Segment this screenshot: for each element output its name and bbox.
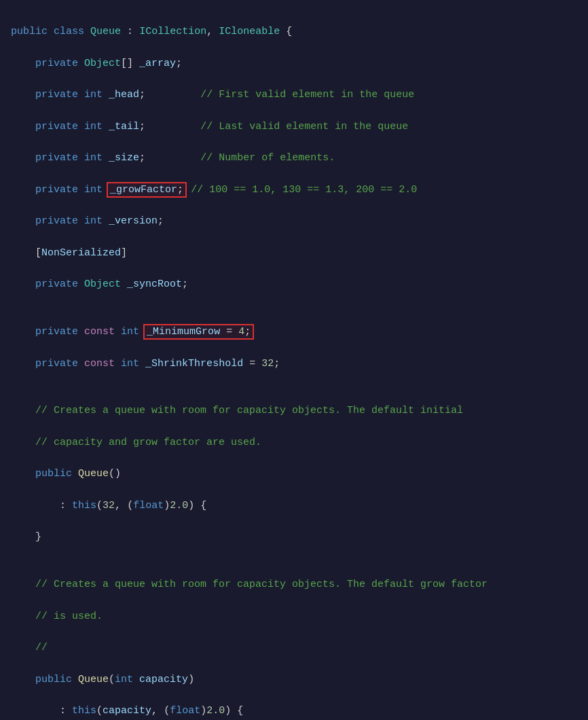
line-12: private const int _ShrinkThreshold = 32; [11,356,577,372]
line-4: private int _tail; // Last valid element… [11,119,577,134]
line-6: private int _growFactor; // 100 == 1.0, … [11,182,577,198]
line-20: // Creates a queue with room for capacit… [11,577,577,592]
line-7: private int _version; [11,213,577,229]
line-3: private int _head; // First valid elemen… [11,87,577,103]
line-1: public class Queue : ICollection, IClone… [11,24,577,39]
line-23: public Queue(int capacity) [11,672,577,687]
line-11: private const int _MinimumGrow = 4; [11,324,577,340]
line-22: // [11,640,577,655]
line-5: private int _size; // Number of elements… [11,150,577,166]
code-editor: public class Queue : ICollection, IClone… [0,0,588,720]
line-16: public Queue() [11,466,577,482]
line-2: private Object[] _array; [11,56,577,71]
highlight-minimumgrow-decl: _MinimumGrow = 4; [145,326,252,338]
line-14: // Creates a queue with room for capacit… [11,403,577,418]
highlight-growfactor-decl: _growFactor; [109,184,185,196]
line-18: } [11,529,577,545]
line-21: // is used. [11,609,577,624]
line-9: private Object _syncRoot; [11,276,577,292]
line-17: : this(32, (float)2.0) { [11,498,577,514]
line-15: // capacity and grow factor are used. [11,435,577,450]
line-24: : this(capacity, (float)2.0) { [11,703,577,719]
line-8: [NonSerialized] [11,245,577,261]
